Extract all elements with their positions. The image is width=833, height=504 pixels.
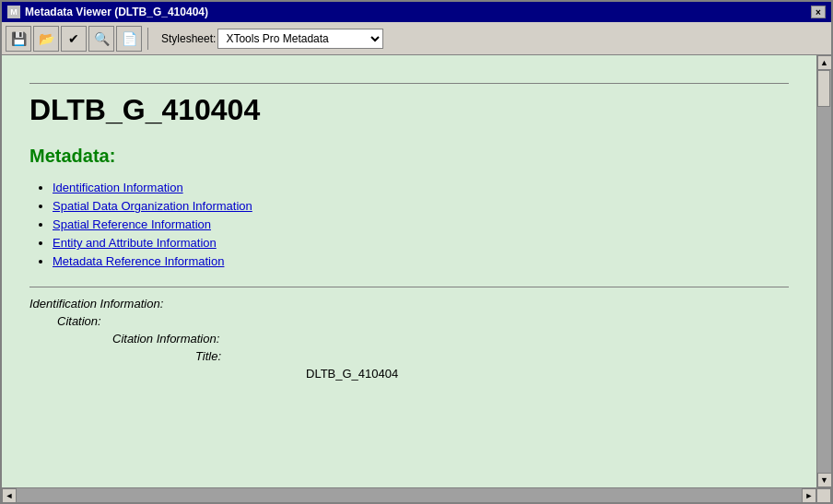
citation-container: Citation: Citation Information: Title: D… bbox=[29, 314, 789, 381]
horizontal-scrollbar-track[interactable] bbox=[17, 488, 802, 502]
citation-info-container: Citation Information: Title: DLTB_G_4104… bbox=[57, 332, 789, 381]
title-bar-left: M Metadata Viewer (DLTB_G_410404) bbox=[7, 6, 208, 18]
page-icon: 📄 bbox=[122, 31, 137, 46]
citation-info-title: Citation Information: bbox=[112, 332, 789, 346]
citation-title: Citation: bbox=[57, 314, 789, 328]
title-label: Title: bbox=[195, 349, 789, 363]
title-container: Title: DLTB_G_410404 bbox=[112, 349, 789, 381]
nav-list: Identification Information Spatial Data … bbox=[29, 181, 789, 268]
open-icon: 📂 bbox=[39, 31, 54, 46]
search-icon: 🔍 bbox=[94, 31, 110, 46]
open-button[interactable]: 📂 bbox=[33, 26, 59, 52]
top-divider bbox=[29, 83, 789, 84]
scroll-up-button[interactable]: ▲ bbox=[817, 55, 832, 70]
metadata-heading: Metadata: bbox=[29, 146, 789, 167]
toolbar: 💾 📂 ✔ 🔍 📄 Stylesheet: XTools Pro Metadat… bbox=[2, 22, 831, 55]
stylesheet-select[interactable]: XTools Pro Metadata FGDC ISO 19139 bbox=[217, 29, 383, 49]
metadata-ref-link[interactable]: Metadata Reference Information bbox=[53, 254, 224, 268]
content-area: DLTB_G_410404 Metadata: Identification I… bbox=[2, 55, 831, 487]
scrollbar-corner bbox=[816, 488, 831, 503]
content-scroll[interactable]: DLTB_G_410404 Metadata: Identification I… bbox=[2, 55, 816, 487]
spatial-ref-link[interactable]: Spatial Reference Information bbox=[53, 217, 211, 231]
main-window: M Metadata Viewer (DLTB_G_410404) × 💾 📂 … bbox=[0, 0, 833, 504]
middle-divider bbox=[29, 287, 789, 287]
title-bar: M Metadata Viewer (DLTB_G_410404) × bbox=[2, 2, 831, 22]
validate-icon: ✔ bbox=[68, 31, 79, 46]
scroll-right-button[interactable]: ► bbox=[802, 488, 816, 503]
search-button[interactable]: 🔍 bbox=[88, 26, 114, 52]
list-item: Entity and Attribute Information bbox=[53, 236, 789, 250]
title-value: DLTB_G_410404 bbox=[195, 367, 789, 381]
save-icon: 💾 bbox=[11, 31, 27, 46]
page-title: DLTB_G_410404 bbox=[29, 93, 789, 127]
entity-attr-link[interactable]: Entity and Attribute Information bbox=[53, 236, 217, 250]
scrollbar-track[interactable] bbox=[817, 70, 831, 473]
spatial-data-org-link[interactable]: Spatial Data Organization Information bbox=[53, 199, 252, 213]
window-title: Metadata Viewer (DLTB_G_410404) bbox=[25, 6, 208, 18]
toolbar-separator bbox=[147, 28, 148, 50]
identification-section-title: Identification Information: bbox=[29, 297, 789, 311]
save-button[interactable]: 💾 bbox=[6, 26, 31, 52]
vertical-scrollbar: ▲ ▼ bbox=[816, 55, 831, 487]
close-button[interactable]: × bbox=[811, 6, 826, 18]
identification-link[interactable]: Identification Information bbox=[53, 181, 183, 194]
page-button[interactable]: 📄 bbox=[116, 26, 142, 52]
list-item: Spatial Data Organization Information bbox=[53, 199, 789, 213]
scroll-down-button[interactable]: ▼ bbox=[817, 473, 832, 487]
list-item: Identification Information bbox=[53, 181, 789, 194]
validate-button[interactable]: ✔ bbox=[61, 26, 87, 52]
scrollbar-thumb[interactable] bbox=[817, 70, 830, 107]
list-item: Metadata Reference Information bbox=[53, 254, 789, 268]
scroll-left-button[interactable]: ◄ bbox=[2, 488, 17, 503]
horizontal-scrollbar: ◄ ► bbox=[2, 487, 831, 502]
stylesheet-label: Stylesheet: bbox=[161, 32, 216, 45]
list-item: Spatial Reference Information bbox=[53, 217, 789, 231]
window-icon: M bbox=[7, 6, 20, 18]
